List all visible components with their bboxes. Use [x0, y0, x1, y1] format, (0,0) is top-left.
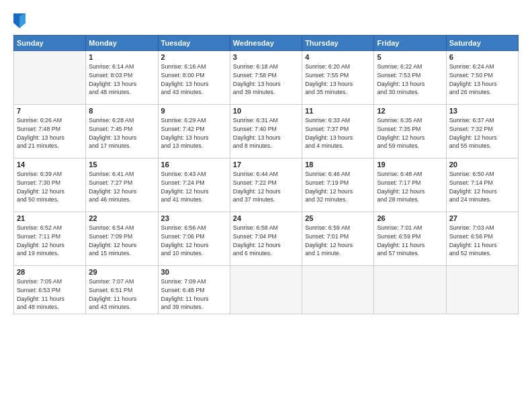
day-number: 28	[17, 268, 83, 276]
day-number: 4	[305, 53, 371, 61]
day-number: 15	[89, 161, 154, 169]
weekday-header-friday: Friday	[374, 36, 446, 51]
day-info: Sunrise: 6:39 AMSunset: 7:30 PMDaylight:…	[17, 170, 83, 204]
day-number: 5	[377, 53, 443, 61]
day-number: 13	[449, 107, 515, 115]
calendar-cell	[374, 266, 446, 314]
calendar-cell: 14Sunrise: 6:39 AMSunset: 7:30 PMDayligh…	[14, 158, 86, 212]
calendar-cell	[230, 266, 302, 314]
day-number: 3	[233, 53, 299, 61]
day-number: 23	[161, 214, 227, 222]
header	[13, 12, 519, 28]
weekday-header-tuesday: Tuesday	[158, 36, 230, 51]
day-info: Sunrise: 7:09 AMSunset: 6:48 PMDaylight:…	[161, 277, 227, 312]
calendar-cell: 10Sunrise: 6:31 AMSunset: 7:40 PMDayligh…	[230, 105, 302, 158]
day-number: 17	[233, 161, 299, 169]
calendar-cell: 7Sunrise: 6:26 AMSunset: 7:48 PMDaylight…	[14, 105, 86, 158]
calendar-cell: 15Sunrise: 6:41 AMSunset: 7:27 PMDayligh…	[86, 158, 158, 212]
day-info: Sunrise: 6:44 AMSunset: 7:22 PMDaylight:…	[233, 170, 299, 204]
calendar-cell	[302, 266, 374, 314]
calendar-cell: 17Sunrise: 6:44 AMSunset: 7:22 PMDayligh…	[230, 158, 302, 212]
day-info: Sunrise: 6:50 AMSunset: 7:14 PMDaylight:…	[449, 170, 515, 204]
day-number: 14	[17, 161, 83, 169]
day-info: Sunrise: 6:43 AMSunset: 7:24 PMDaylight:…	[161, 170, 227, 204]
calendar-cell: 1Sunrise: 6:14 AMSunset: 8:03 PMDaylight…	[86, 51, 158, 105]
logo-icon	[13, 13, 26, 28]
calendar-cell: 8Sunrise: 6:28 AMSunset: 7:45 PMDaylight…	[86, 105, 158, 158]
calendar-cell: 26Sunrise: 7:01 AMSunset: 6:59 PMDayligh…	[374, 212, 446, 266]
day-number: 20	[449, 161, 515, 169]
calendar-cell: 18Sunrise: 6:46 AMSunset: 7:19 PMDayligh…	[302, 158, 374, 212]
day-info: Sunrise: 6:28 AMSunset: 7:45 PMDaylight:…	[89, 116, 154, 150]
day-number: 22	[89, 214, 154, 222]
day-info: Sunrise: 6:35 AMSunset: 7:35 PMDaylight:…	[377, 116, 443, 150]
day-number: 8	[89, 107, 154, 115]
calendar-cell	[14, 51, 86, 105]
logo	[13, 15, 27, 28]
calendar-cell: 3Sunrise: 6:18 AMSunset: 7:58 PMDaylight…	[230, 51, 302, 105]
day-number: 25	[305, 214, 371, 222]
calendar-cell	[446, 266, 518, 314]
day-info: Sunrise: 6:56 AMSunset: 7:06 PMDaylight:…	[161, 224, 227, 258]
day-info: Sunrise: 6:48 AMSunset: 7:17 PMDaylight:…	[377, 170, 443, 204]
day-info: Sunrise: 6:29 AMSunset: 7:42 PMDaylight:…	[161, 116, 227, 150]
day-number: 6	[449, 53, 515, 61]
calendar-cell: 19Sunrise: 6:48 AMSunset: 7:17 PMDayligh…	[374, 158, 446, 212]
weekday-header-thursday: Thursday	[302, 36, 374, 51]
day-number: 27	[449, 214, 515, 222]
weekday-header-row: SundayMondayTuesdayWednesdayThursdayFrid…	[14, 36, 519, 51]
day-info: Sunrise: 6:22 AMSunset: 7:53 PMDaylight:…	[377, 62, 443, 97]
day-info: Sunrise: 6:52 AMSunset: 7:11 PMDaylight:…	[17, 224, 83, 258]
weekday-header-monday: Monday	[86, 36, 158, 51]
calendar-cell: 13Sunrise: 6:37 AMSunset: 7:32 PMDayligh…	[446, 105, 518, 158]
day-info: Sunrise: 6:46 AMSunset: 7:19 PMDaylight:…	[305, 170, 371, 204]
weekday-header-wednesday: Wednesday	[230, 36, 302, 51]
day-info: Sunrise: 6:16 AMSunset: 8:00 PMDaylight:…	[161, 62, 227, 97]
day-number: 12	[377, 107, 443, 115]
calendar-cell: 12Sunrise: 6:35 AMSunset: 7:35 PMDayligh…	[374, 105, 446, 158]
page: SundayMondayTuesdayWednesdayThursdayFrid…	[0, 0, 532, 411]
day-info: Sunrise: 6:37 AMSunset: 7:32 PMDaylight:…	[449, 116, 515, 150]
week-row-2: 7Sunrise: 6:26 AMSunset: 7:48 PMDaylight…	[14, 105, 519, 158]
day-number: 30	[161, 268, 227, 276]
day-info: Sunrise: 6:24 AMSunset: 7:50 PMDaylight:…	[449, 62, 515, 97]
calendar-cell: 28Sunrise: 7:05 AMSunset: 6:53 PMDayligh…	[14, 266, 86, 314]
calendar-cell: 20Sunrise: 6:50 AMSunset: 7:14 PMDayligh…	[446, 158, 518, 212]
day-number: 19	[377, 161, 443, 169]
day-number: 16	[161, 161, 227, 169]
calendar-cell: 16Sunrise: 6:43 AMSunset: 7:24 PMDayligh…	[158, 158, 230, 212]
calendar-cell: 25Sunrise: 6:59 AMSunset: 7:01 PMDayligh…	[302, 212, 374, 266]
day-number: 21	[17, 214, 83, 222]
day-number: 24	[233, 214, 299, 222]
day-info: Sunrise: 6:41 AMSunset: 7:27 PMDaylight:…	[89, 170, 154, 204]
day-info: Sunrise: 7:05 AMSunset: 6:53 PMDaylight:…	[17, 277, 83, 312]
calendar-cell: 11Sunrise: 6:33 AMSunset: 7:37 PMDayligh…	[302, 105, 374, 158]
day-info: Sunrise: 6:18 AMSunset: 7:58 PMDaylight:…	[233, 62, 299, 97]
day-number: 7	[17, 107, 83, 115]
day-number: 11	[305, 107, 371, 115]
day-info: Sunrise: 6:31 AMSunset: 7:40 PMDaylight:…	[233, 116, 299, 150]
day-info: Sunrise: 7:03 AMSunset: 6:56 PMDaylight:…	[449, 224, 515, 258]
week-row-3: 14Sunrise: 6:39 AMSunset: 7:30 PMDayligh…	[14, 158, 519, 212]
day-info: Sunrise: 6:14 AMSunset: 8:03 PMDaylight:…	[89, 62, 154, 97]
calendar-cell: 6Sunrise: 6:24 AMSunset: 7:50 PMDaylight…	[446, 51, 518, 105]
calendar-cell: 24Sunrise: 6:58 AMSunset: 7:04 PMDayligh…	[230, 212, 302, 266]
day-number: 1	[89, 53, 154, 61]
calendar-cell: 2Sunrise: 6:16 AMSunset: 8:00 PMDaylight…	[158, 51, 230, 105]
calendar-cell: 23Sunrise: 6:56 AMSunset: 7:06 PMDayligh…	[158, 212, 230, 266]
calendar-cell: 5Sunrise: 6:22 AMSunset: 7:53 PMDaylight…	[374, 51, 446, 105]
day-info: Sunrise: 6:26 AMSunset: 7:48 PMDaylight:…	[17, 116, 83, 150]
calendar: SundayMondayTuesdayWednesdayThursdayFrid…	[13, 35, 519, 314]
week-row-5: 28Sunrise: 7:05 AMSunset: 6:53 PMDayligh…	[14, 266, 519, 314]
day-info: Sunrise: 6:33 AMSunset: 7:37 PMDaylight:…	[305, 116, 371, 150]
calendar-cell: 21Sunrise: 6:52 AMSunset: 7:11 PMDayligh…	[14, 212, 86, 266]
calendar-cell: 27Sunrise: 7:03 AMSunset: 6:56 PMDayligh…	[446, 212, 518, 266]
day-number: 26	[377, 214, 443, 222]
day-info: Sunrise: 7:01 AMSunset: 6:59 PMDaylight:…	[377, 224, 443, 258]
calendar-cell: 29Sunrise: 7:07 AMSunset: 6:51 PMDayligh…	[86, 266, 158, 314]
day-number: 9	[161, 107, 227, 115]
day-number: 10	[233, 107, 299, 115]
weekday-header-saturday: Saturday	[446, 36, 518, 51]
day-info: Sunrise: 6:20 AMSunset: 7:55 PMDaylight:…	[305, 62, 371, 97]
calendar-cell: 30Sunrise: 7:09 AMSunset: 6:48 PMDayligh…	[158, 266, 230, 314]
